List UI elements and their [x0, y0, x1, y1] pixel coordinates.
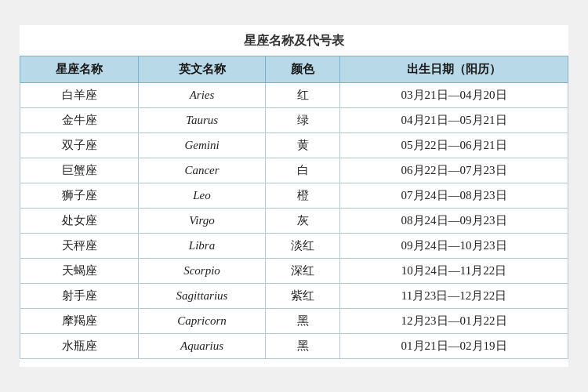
cell-english: Libra [139, 234, 266, 259]
cell-chinese: 天蝎座 [20, 259, 139, 284]
cell-color: 红 [265, 83, 339, 108]
cell-dates: 05月22日—06月21日 [340, 133, 568, 158]
table-row: 摩羯座Capricorn黑12月23日—01月22日 [20, 309, 568, 334]
cell-dates: 04月21日—05月21日 [340, 108, 568, 133]
table-row: 双子座Gemini黄05月22日—06月21日 [20, 133, 568, 158]
cell-english: Sagittarius [139, 284, 266, 309]
col-header-english: 英文名称 [139, 56, 266, 83]
table-row: 天秤座Libra淡红09月24日—10月23日 [20, 234, 568, 259]
cell-english: Gemini [139, 133, 266, 158]
cell-chinese: 天秤座 [20, 234, 139, 259]
cell-dates: 09月24日—10月23日 [340, 234, 568, 259]
table-row: 处女座Virgo灰08月24日—09月23日 [20, 209, 568, 234]
table-header-row: 星座名称 英文名称 颜色 出生日期（阳历） [20, 56, 568, 83]
table-row: 巨蟹座Cancer白06月22日—07月23日 [20, 158, 568, 183]
cell-chinese: 白羊座 [20, 83, 139, 108]
cell-color: 深红 [265, 259, 339, 284]
table-row: 水瓶座Aquarius黑01月21日—02月19日 [20, 334, 568, 359]
cell-english: Scorpio [139, 259, 266, 284]
cell-chinese: 射手座 [20, 284, 139, 309]
cell-color: 紫红 [265, 284, 339, 309]
cell-color: 白 [265, 158, 339, 183]
table-row: 白羊座Aries红03月21日—04月20日 [20, 83, 568, 108]
cell-chinese: 双子座 [20, 133, 139, 158]
cell-dates: 06月22日—07月23日 [340, 158, 568, 183]
cell-chinese: 狮子座 [20, 183, 139, 209]
cell-color: 绿 [265, 108, 339, 133]
cell-english: Aquarius [139, 334, 266, 359]
cell-chinese: 摩羯座 [20, 309, 139, 334]
cell-english: Virgo [139, 209, 266, 234]
table-row: 金牛座Taurus绿04月21日—05月21日 [20, 108, 568, 133]
cell-dates: 03月21日—04月20日 [340, 83, 568, 108]
col-header-chinese: 星座名称 [20, 56, 139, 83]
page-title: 星座名称及代号表 [20, 33, 568, 49]
cell-dates: 07月24日—08月23日 [340, 183, 568, 209]
cell-dates: 12月23日—01月22日 [340, 309, 568, 334]
cell-color: 灰 [265, 209, 339, 234]
cell-chinese: 巨蟹座 [20, 158, 139, 183]
cell-english: Taurus [139, 108, 266, 133]
cell-color: 橙 [265, 183, 339, 209]
cell-color: 黑 [265, 309, 339, 334]
cell-dates: 08月24日—09月23日 [340, 209, 568, 234]
cell-color: 淡红 [265, 234, 339, 259]
table-row: 天蝎座Scorpio深红10月24日—11月22日 [20, 259, 568, 284]
cell-dates: 10月24日—11月22日 [340, 259, 568, 284]
col-header-color: 颜色 [265, 56, 339, 83]
cell-english: Cancer [139, 158, 266, 183]
zodiac-table: 星座名称 英文名称 颜色 出生日期（阳历） 白羊座Aries红03月21日—04… [20, 56, 568, 359]
cell-dates: 11月23日—12月22日 [340, 284, 568, 309]
cell-english: Aries [139, 83, 266, 108]
cell-chinese: 处女座 [20, 209, 139, 234]
cell-dates: 01月21日—02月19日 [340, 334, 568, 359]
cell-english: Leo [139, 183, 266, 209]
cell-color: 黄 [265, 133, 339, 158]
cell-english: Capricorn [139, 309, 266, 334]
cell-chinese: 水瓶座 [20, 334, 139, 359]
cell-chinese: 金牛座 [20, 108, 139, 133]
col-header-dates: 出生日期（阳历） [340, 56, 568, 83]
table-row: 射手座Sagittarius紫红11月23日—12月22日 [20, 284, 568, 309]
main-container: 星座名称及代号表 星座名称 英文名称 颜色 出生日期（阳历） 白羊座Aries红… [20, 25, 568, 367]
table-row: 狮子座Leo橙07月24日—08月23日 [20, 183, 568, 209]
cell-color: 黑 [265, 334, 339, 359]
